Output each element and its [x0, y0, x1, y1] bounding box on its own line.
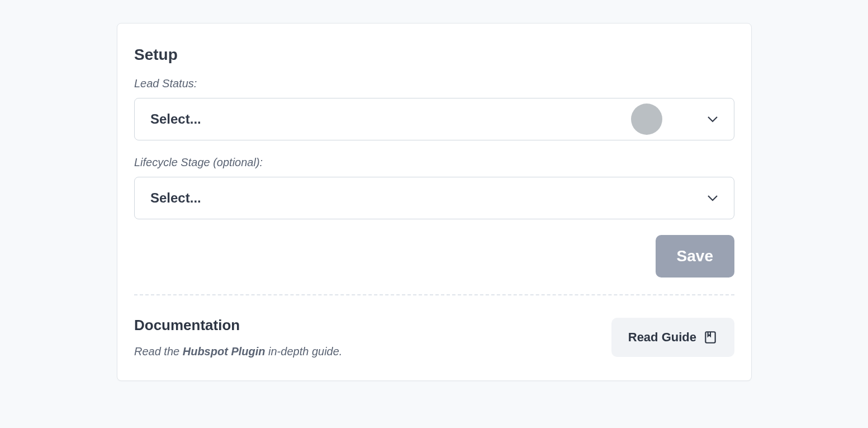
chevron-down-icon [707, 116, 718, 123]
save-button[interactable]: Save [656, 235, 734, 278]
read-guide-label: Read Guide [628, 330, 696, 345]
lifecycle-stage-label: Lifecycle Stage (optional): [134, 156, 734, 169]
lifecycle-stage-value: Select... [150, 190, 707, 206]
documentation-row: Documentation Read the Hubspot Plugin in… [134, 317, 734, 358]
read-guide-button[interactable]: Read Guide [611, 318, 734, 357]
save-row: Save [134, 235, 734, 278]
documentation-heading: Documentation [134, 317, 342, 334]
section-divider [134, 294, 734, 295]
book-icon [703, 330, 718, 345]
setup-heading: Setup [134, 46, 734, 64]
lead-status-value: Select... [150, 111, 707, 127]
lead-status-select[interactable]: Select... [134, 98, 734, 140]
doc-desc-bold: Hubspot Plugin [183, 345, 265, 358]
lead-status-label: Lead Status: [134, 77, 734, 90]
lifecycle-stage-select[interactable]: Select... [134, 177, 734, 219]
settings-card: Setup Lead Status: Select... Lifecycle S… [117, 23, 752, 381]
chevron-down-icon [707, 195, 718, 201]
doc-desc-prefix: Read the [134, 345, 183, 358]
documentation-description: Read the Hubspot Plugin in-depth guide. [134, 345, 342, 358]
doc-desc-suffix: in-depth guide. [265, 345, 343, 358]
